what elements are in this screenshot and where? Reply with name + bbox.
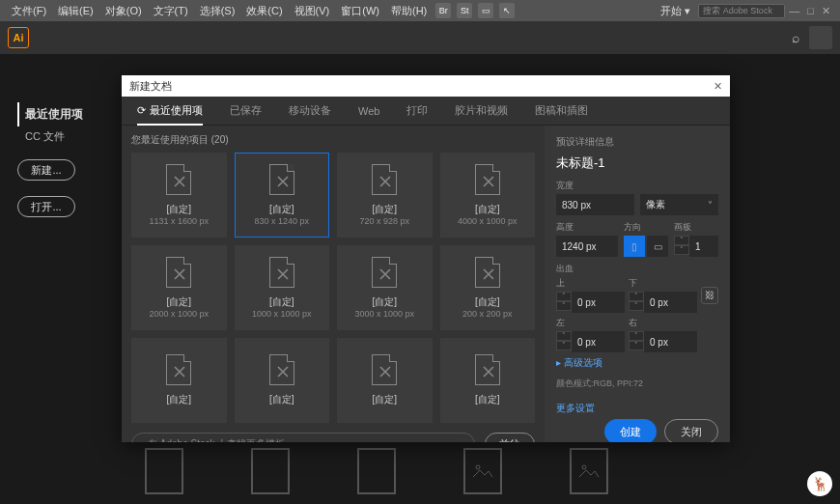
bleed-right[interactable]: 0 px: [644, 331, 697, 352]
watermark-icon: 🦌: [807, 471, 832, 496]
arrange-icon[interactable]: ▭: [478, 3, 493, 18]
bleed-bottom[interactable]: 0 px: [644, 292, 697, 313]
doc-icon[interactable]: [251, 448, 290, 494]
go-button[interactable]: 前往: [485, 433, 535, 442]
cursor-icon[interactable]: ↖: [499, 3, 515, 18]
landscape-icon[interactable]: ▭: [647, 236, 668, 257]
card-label: [自定]: [475, 393, 500, 406]
preset-card[interactable]: [自定]: [337, 338, 433, 423]
open-button[interactable]: 打开...: [17, 196, 75, 217]
menu-select[interactable]: 选择(S): [194, 4, 241, 18]
tab-recent[interactable]: ⟳ 最近使用项: [137, 103, 203, 126]
stock-search-input[interactable]: ⌕ 在 Adobe Stock 上查找更多模板: [131, 433, 475, 442]
preset-card[interactable]: [自定]: [131, 338, 227, 423]
preset-card[interactable]: [自定]4000 x 1000 px: [440, 153, 536, 238]
bridge-icon[interactable]: Br: [435, 3, 451, 18]
width-label: 宽度: [556, 180, 718, 192]
card-label: [自定]: [166, 295, 191, 309]
card-dimensions: 1131 x 1600 px: [149, 216, 209, 226]
card-label: [自定]: [269, 295, 294, 309]
bleed-left[interactable]: 0 px: [572, 331, 625, 352]
new-document-dialog: 新建文档 ✕ ⟳ 最近使用项 已保存 移动设备 Web 打印 胶片和视频 图稿和…: [122, 75, 730, 442]
preset-card[interactable]: [自定]1000 x 1000 px: [235, 245, 330, 330]
stock-icon[interactable]: St: [457, 3, 472, 18]
sidebar-recent[interactable]: 最近使用项: [17, 102, 114, 126]
width-field[interactable]: 830 px: [556, 194, 634, 215]
document-icon: [269, 354, 294, 385]
category-tabs: ⟳ 最近使用项 已保存 移动设备 Web 打印 胶片和视频 图稿和插图: [122, 97, 730, 126]
card-label: [自定]: [166, 393, 191, 406]
document-icon: [269, 164, 294, 195]
document-icon: [372, 354, 397, 385]
menu-help[interactable]: 帮助(H): [385, 4, 433, 18]
tab-print[interactable]: 打印: [406, 103, 428, 118]
card-label: [自定]: [475, 295, 500, 309]
preset-card[interactable]: [自定]: [440, 338, 536, 423]
card-label: [自定]: [475, 203, 500, 216]
doc-icon[interactable]: [145, 448, 183, 494]
svg-point-0: [476, 465, 480, 469]
card-dimensions: 3000 x 1000 px: [354, 309, 414, 319]
menu-file[interactable]: 文件(F): [6, 4, 52, 18]
create-button[interactable]: 创建: [604, 419, 657, 442]
presets-area: 您最近使用的项目 (20) [自定]1131 x 1600 px[自定]830 …: [122, 126, 545, 442]
menu-effect[interactable]: 效果(C): [240, 4, 288, 18]
card-label: [自定]: [372, 203, 397, 216]
presets-heading: 您最近使用的项目 (20): [131, 133, 535, 147]
preset-card[interactable]: [自定]2000 x 1000 px: [131, 245, 227, 330]
menu-object[interactable]: 对象(O): [99, 4, 148, 18]
image-icon[interactable]: [570, 448, 608, 494]
card-dimensions: 2000 x 1000 px: [149, 309, 209, 319]
new-button[interactable]: 新建...: [17, 159, 75, 181]
document-name[interactable]: 未标题-1: [556, 154, 718, 172]
tool-placeholder[interactable]: [809, 26, 832, 49]
card-dimensions: 1000 x 1000 px: [252, 309, 312, 319]
image-icon[interactable]: [463, 448, 502, 494]
workspace-switcher[interactable]: 开始 ▾: [653, 4, 698, 18]
app-bar: Ai ⌕: [0, 21, 840, 54]
preset-card[interactable]: [自定]200 x 200 px: [440, 245, 536, 330]
card-label: [自定]: [269, 393, 294, 406]
tab-mobile[interactable]: 移动设备: [289, 103, 331, 118]
units-select[interactable]: 像素˅: [640, 194, 718, 215]
document-icon: [475, 164, 500, 195]
card-label: [自定]: [269, 203, 294, 216]
bleed-top[interactable]: 0 px: [572, 292, 625, 313]
height-field[interactable]: 1240 px: [556, 236, 618, 257]
sidebar-cc-files[interactable]: CC 文件: [17, 126, 114, 144]
advanced-toggle[interactable]: ▸ 高级选项: [556, 356, 718, 370]
height-label: 高度: [556, 221, 618, 234]
home-area: 最近使用项 CC 文件 新建... 打开... 新建文档 ✕ ⟳ 最近使用项 已…: [0, 54, 840, 504]
preset-card[interactable]: [自定]720 x 928 px: [337, 153, 433, 238]
menu-type[interactable]: 文字(T): [148, 4, 194, 18]
menu-window[interactable]: 窗口(W): [335, 4, 385, 18]
preset-card[interactable]: [自定]3000 x 1000 px: [337, 245, 433, 330]
menu-view[interactable]: 视图(V): [289, 4, 336, 18]
minimize-icon[interactable]: —: [789, 5, 799, 16]
more-settings[interactable]: 更多设置: [556, 402, 718, 415]
close-icon[interactable]: ✕: [822, 5, 830, 17]
preset-card[interactable]: [自定]1131 x 1600 px: [131, 153, 227, 238]
document-icon: [166, 257, 191, 288]
portrait-icon[interactable]: ▯: [624, 236, 645, 257]
close-button[interactable]: 关闭: [664, 419, 718, 442]
dialog-close-icon[interactable]: ✕: [714, 80, 722, 93]
card-dimensions: 4000 x 1000 px: [458, 216, 518, 226]
tab-saved[interactable]: 已保存: [230, 103, 262, 118]
dialog-title: 新建文档: [129, 79, 172, 94]
card-dimensions: 830 x 1240 px: [254, 216, 309, 226]
adobe-stock-search[interactable]: 搜索 Adobe Stock: [698, 4, 785, 18]
maximize-icon[interactable]: □: [807, 5, 814, 16]
preset-card[interactable]: [自定]830 x 1240 px: [235, 153, 330, 238]
menu-edit[interactable]: 编辑(E): [52, 4, 99, 18]
artboard-count[interactable]: 1: [689, 236, 718, 257]
tab-film[interactable]: 胶片和视频: [455, 103, 508, 118]
doc-icon[interactable]: [357, 448, 396, 494]
tab-web[interactable]: Web: [358, 105, 379, 117]
document-icon: [269, 257, 294, 288]
document-icon: [372, 164, 397, 195]
bleed-link-icon[interactable]: ⛓: [701, 287, 718, 304]
preset-card[interactable]: [自定]: [235, 338, 330, 423]
search-icon[interactable]: ⌕: [792, 30, 799, 45]
tab-art[interactable]: 图稿和插图: [535, 103, 588, 118]
